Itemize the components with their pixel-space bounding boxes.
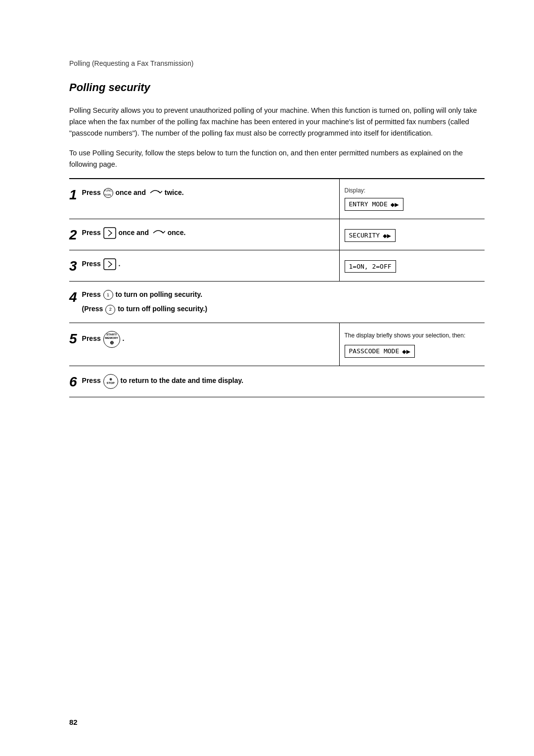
step-left-5: 5 Press START/ MEMORY ⊕ .	[69, 323, 339, 366]
step-right-5: The display briefly shows your selection…	[339, 323, 485, 366]
step-left-2: 2 Press once and	[69, 219, 339, 250]
display-note-5: The display briefly shows your selection…	[345, 331, 485, 340]
step-row-1: 1 Press FUNCTION once and twice.	[69, 179, 485, 219]
step-right-1: Display: ENTRY MODE ◆▶	[339, 179, 485, 219]
step-right-3: 1=ON, 2=OFF	[339, 250, 485, 281]
page: Polling (Requesting a Fax Transmission) …	[0, 0, 534, 437]
key-2-icon: 2	[105, 305, 115, 315]
menu-right-icon-2	[103, 258, 116, 270]
steps-table: 1 Press FUNCTION once and twice.	[69, 178, 485, 397]
svg-rect-0	[104, 228, 116, 238]
svg-rect-1	[104, 259, 116, 270]
step-number-4: 4	[69, 290, 77, 304]
display-text-5: PASSCODE MODE	[349, 347, 400, 355]
step-row-6: 6 Press ⊗ STOP to return to the date and…	[69, 366, 485, 397]
breadcrumb: Polling (Requesting a Fax Transmission)	[69, 59, 485, 67]
display-box-1: ENTRY MODE ◆▶	[345, 198, 403, 211]
display-text-3: 1=ON, 2=OFF	[349, 263, 392, 270]
display-arrow-2: ◆▶	[383, 232, 391, 239]
page-number: 82	[69, 718, 78, 726]
start-memory-button-icon: START/ MEMORY ⊕	[103, 331, 120, 348]
step-number-3: 3	[69, 259, 77, 273]
display-text-2: SECURITY	[349, 232, 380, 239]
step-left-1: 1 Press FUNCTION once and twice.	[69, 179, 339, 219]
step-content-5: Press START/ MEMORY ⊕ .	[82, 331, 334, 348]
step-number-5: 5	[69, 332, 77, 346]
stop-button-icon: ⊗ STOP	[103, 374, 118, 389]
display-arrow-1: ◆▶	[391, 200, 399, 208]
menu-right-icon	[103, 227, 116, 239]
step-number-2: 2	[69, 228, 77, 242]
step-left-3: 3 Press .	[69, 250, 339, 281]
display-box-3: 1=ON, 2=OFF	[345, 260, 396, 273]
step-right-2: SECURITY ◆▶	[339, 219, 485, 250]
intro-paragraph-1: Polling Security allows you to prevent u…	[69, 105, 485, 140]
step-content-1: Press FUNCTION once and twice.	[82, 187, 334, 199]
step-row-4: 4 Press 1 to turn on polling security. (…	[69, 281, 485, 323]
step-number-1: 1	[69, 188, 77, 202]
intro-paragraph-2: To use Polling Security, follow the step…	[69, 147, 485, 170]
function-button-icon: FUNCTION	[103, 188, 113, 198]
display-box-5: PASSCODE MODE ◆▶	[345, 345, 415, 358]
step-content-6: Press ⊗ STOP to return to the date and t…	[82, 374, 480, 389]
display-label-1: Display:	[345, 187, 485, 194]
scroll-up-icon-2	[151, 227, 165, 239]
step-content-2: Press once and	[82, 227, 334, 239]
section-title: Polling security	[69, 81, 485, 94]
step-left-4: 4 Press 1 to turn on polling security. (…	[69, 281, 485, 323]
step-left-6: 6 Press ⊗ STOP to return to the date and…	[69, 366, 485, 397]
display-text-1: ENTRY MODE	[349, 200, 388, 208]
step-row-5: 5 Press START/ MEMORY ⊕ . The display br…	[69, 323, 485, 366]
step-row-3: 3 Press . 1=ON, 2=OFF	[69, 250, 485, 281]
step-content-4: Press 1 to turn on polling security. (Pr…	[82, 289, 480, 315]
scroll-up-icon	[148, 187, 162, 199]
display-arrow-5: ◆▶	[402, 347, 410, 355]
step-row-2: 2 Press once and	[69, 219, 485, 250]
step4-sub: (Press 2 to turn off polling security.)	[82, 304, 480, 314]
step-content-3: Press .	[82, 258, 334, 270]
step-number-6: 6	[69, 375, 77, 389]
display-box-2: SECURITY ◆▶	[345, 229, 396, 242]
key-1-icon: 1	[103, 290, 113, 300]
